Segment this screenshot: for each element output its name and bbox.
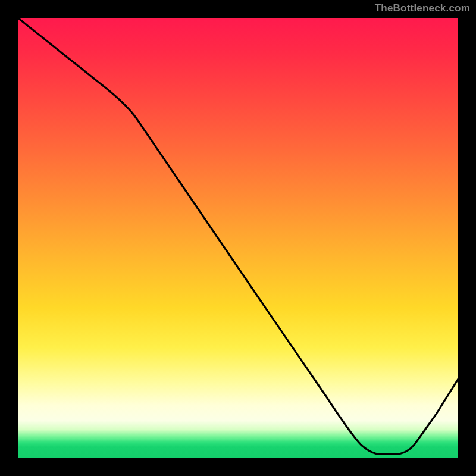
chart-frame: TheBottleneck.com — [0, 0, 476, 476]
bottleneck-curve — [18, 18, 458, 458]
watermark-text: TheBottleneck.com — [375, 2, 470, 14]
plot-area — [18, 18, 458, 458]
bottleneck-curve-path — [18, 18, 458, 454]
